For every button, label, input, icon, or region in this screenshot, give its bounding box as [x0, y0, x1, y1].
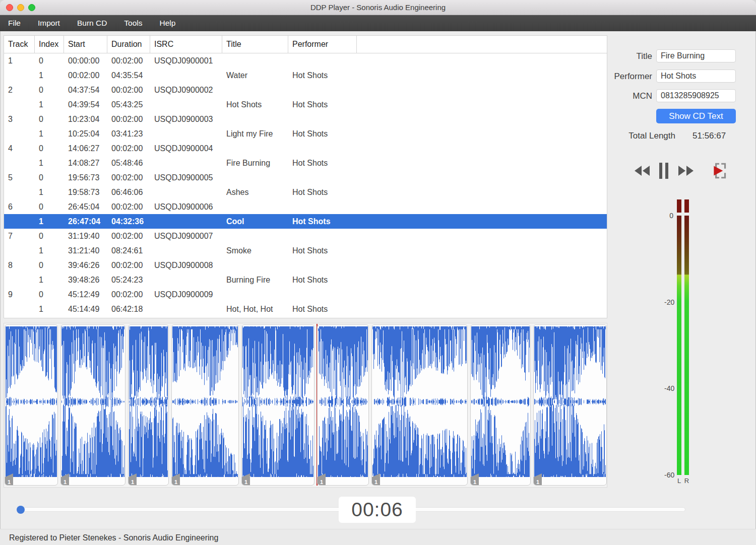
waveform-track-4[interactable]: 1: [171, 324, 239, 486]
cell-isrc: [150, 185, 222, 199]
mcn-field[interactable]: [656, 89, 736, 102]
cell-duration: 04:35:54: [107, 68, 150, 83]
cell-isrc: USQDJ0900006: [150, 199, 222, 214]
cell-performer: Hot Shots: [288, 126, 357, 141]
cell-performer: [288, 53, 357, 68]
menu-help[interactable]: Help: [151, 15, 184, 31]
column-header-filler: [357, 36, 607, 53]
menu-tools[interactable]: Tools: [115, 15, 151, 31]
cell-index: 1: [35, 156, 64, 170]
cell-track: [4, 214, 35, 229]
waveform-track-2[interactable]: 1: [60, 324, 125, 486]
waveform-track-8[interactable]: 1: [470, 324, 531, 486]
track-row[interactable]: 100:02:0004:35:54WaterHot Shots: [4, 68, 607, 83]
waveform-canvas: [242, 325, 314, 485]
track-row[interactable]: 131:21:4008:24:61SmokeHot Shots: [4, 243, 607, 258]
track-table[interactable]: TrackIndexStartDurationISRCTitlePerforme…: [4, 35, 607, 318]
cell-track: 7: [4, 229, 35, 243]
column-header-title[interactable]: Title: [222, 36, 288, 53]
track-row[interactable]: 7031:19:4000:02:00USQDJ0900007: [4, 229, 607, 243]
cell-track: 5: [4, 170, 35, 185]
cell-isrc: USQDJ0900003: [150, 112, 222, 126]
cell-index: 1: [35, 185, 64, 199]
track-row[interactable]: 145:14:4906:42:18Hot, Hot, HotHot Shots: [4, 302, 607, 316]
cell-duration: 00:02:00: [107, 258, 150, 272]
column-header-track[interactable]: Track: [4, 36, 35, 53]
cell-index: 1: [35, 126, 64, 141]
cell-start: 10:25:04: [64, 126, 107, 141]
cell-title: Water: [222, 68, 288, 83]
cell-isrc: [150, 68, 222, 83]
cell-isrc: USQDJ0900004: [150, 141, 222, 156]
cell-index: 0: [35, 83, 64, 97]
channel-label-r: R: [682, 477, 692, 485]
seek-slider-thumb[interactable]: [17, 506, 25, 514]
cell-isrc: USQDJ0900007: [150, 229, 222, 243]
column-header-index[interactable]: Index: [35, 36, 64, 53]
track-row[interactable]: 104:39:5405:43:25Hot ShotsHot Shots: [4, 97, 607, 112]
cell-performer: [288, 229, 357, 243]
waveform-view[interactable]: 111111111: [4, 323, 607, 488]
menu-file[interactable]: File: [0, 15, 29, 31]
waveform-track-7[interactable]: 1: [371, 324, 468, 486]
cell-isrc: USQDJ0900005: [150, 170, 222, 185]
track-row[interactable]: 114:08:2705:48:46Fire BurningHot Shots: [4, 156, 607, 170]
track-row[interactable]: 1000:00:0000:02:00USQDJ0900001: [4, 53, 607, 68]
waveform-track-5[interactable]: 1: [241, 324, 314, 486]
mcn-label: MCN: [587, 91, 652, 101]
cell-duration: 00:02:00: [107, 287, 150, 302]
cell-index: 1: [35, 97, 64, 112]
cell-start: 19:56:73: [64, 170, 107, 185]
column-header-performer[interactable]: Performer: [288, 36, 357, 53]
column-header-isrc[interactable]: ISRC: [150, 36, 222, 53]
show-cd-text-button[interactable]: Show CD Text: [656, 109, 736, 123]
cell-title: Burning Fire: [222, 272, 288, 287]
cell-duration: 00:02:00: [107, 229, 150, 243]
menu-import[interactable]: Import: [29, 15, 69, 31]
waveform-track-1[interactable]: 1: [5, 324, 58, 486]
title-field[interactable]: [656, 49, 736, 62]
column-header-start[interactable]: Start: [64, 36, 107, 53]
track-row[interactable]: 139:48:2605:24:23Burning FireHot Shots: [4, 272, 607, 287]
cell-isrc: USQDJ0900002: [150, 83, 222, 97]
track-row[interactable]: 2004:37:5400:02:00USQDJ0900002: [4, 83, 607, 97]
column-header-duration[interactable]: Duration: [107, 36, 150, 53]
cell-performer: [288, 199, 357, 214]
waveform-track-6[interactable]: 1: [317, 324, 369, 486]
track-row[interactable]: 8039:46:2600:02:00USQDJ0900008: [4, 258, 607, 272]
cell-performer: Hot Shots: [288, 156, 357, 170]
track-row[interactable]: 5019:56:7300:02:00USQDJ0900005: [4, 170, 607, 185]
performer-field[interactable]: [656, 70, 736, 83]
track-row[interactable]: 119:58:7306:46:06AshesHot Shots: [4, 185, 607, 199]
cell-performer: [288, 112, 357, 126]
play-selection-button[interactable]: [710, 161, 730, 181]
cell-isrc: [150, 214, 222, 229]
menu-burn-cd[interactable]: Burn CD: [69, 15, 115, 31]
rewind-button[interactable]: [632, 161, 652, 181]
cell-title: [222, 199, 288, 214]
cell-start: 31:19:40: [64, 229, 107, 243]
pause-button[interactable]: [654, 161, 674, 181]
cell-isrc: [150, 97, 222, 112]
waveform-canvas: [61, 325, 125, 485]
waveform-track-3[interactable]: 1: [128, 324, 169, 486]
cell-isrc: [150, 156, 222, 170]
cell-track: [4, 243, 35, 258]
table-header: TrackIndexStartDurationISRCTitlePerforme…: [4, 36, 607, 53]
cell-index: 0: [35, 258, 64, 272]
track-row[interactable]: 6026:45:0400:02:00USQDJ0900006: [4, 199, 607, 214]
track-row[interactable]: 9045:12:4900:02:00USQDJ0900009: [4, 287, 607, 302]
track-row-selected[interactable]: 126:47:0404:32:36CoolHot Shots: [4, 214, 607, 229]
registration-text: Registered to Pieter Stenekes - Sonoris …: [9, 533, 218, 542]
track-row[interactable]: 4014:06:2700:02:00USQDJ0900004: [4, 141, 607, 156]
track-row[interactable]: 3010:23:0400:02:00USQDJ0900003: [4, 112, 607, 126]
cell-title: Cool: [222, 214, 288, 229]
cell-performer: Hot Shots: [288, 243, 357, 258]
cell-track: [4, 272, 35, 287]
cell-start: 10:23:04: [64, 112, 107, 126]
waveform-track-9[interactable]: 1: [533, 324, 607, 486]
fast-forward-button[interactable]: [676, 161, 697, 181]
track-row[interactable]: 110:25:0403:41:23Light my FireHot Shots: [4, 126, 607, 141]
cell-start: 14:08:27: [64, 156, 107, 170]
cell-index: 1: [35, 272, 64, 287]
